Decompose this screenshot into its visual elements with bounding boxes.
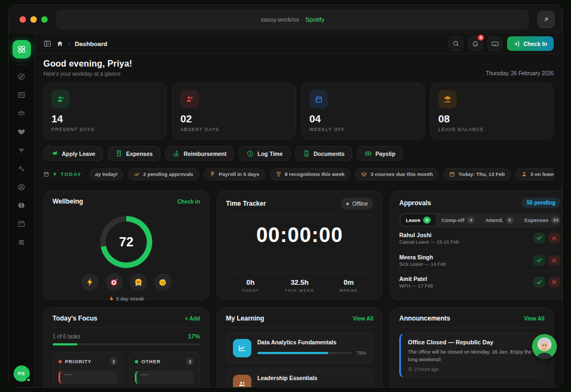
tasks-progress-percent: 17%	[188, 333, 200, 339]
task-item[interactable]	[59, 371, 118, 384]
mood-zap-button[interactable]	[81, 273, 99, 291]
announcements-view-all-link[interactable]: View All	[524, 316, 544, 322]
streak-row: 5 day streak	[53, 296, 200, 302]
assistant-avatar-button[interactable]	[532, 334, 557, 359]
stats-row: 14 PRESENT DAYS 02 ABSENT DAYS 04 WEEKLY…	[43, 83, 554, 139]
stat-card-weekly-off[interactable]: 04 WEEKLY OFF	[301, 83, 425, 139]
ticker-chip[interactable]: Today: Thu, 13 Feb	[443, 168, 511, 180]
check-in-button[interactable]: Check In	[507, 36, 554, 51]
wellbeing-title: Wellbeing	[53, 198, 83, 205]
learning-title: My Learning	[226, 315, 264, 322]
reject-button[interactable]	[548, 277, 560, 288]
apply-leave-button[interactable]: Apply Leave	[43, 146, 103, 161]
sidebar-item-wellbeing[interactable]	[13, 123, 30, 140]
approvals-title: Approvals	[399, 199, 431, 207]
approval-row: Meera Singh Sick Leave — 14 Feb	[399, 250, 560, 272]
gears-icon	[17, 165, 25, 173]
search-button[interactable]	[449, 36, 463, 51]
ticker-chip[interactable]: 2 pending approvals	[128, 168, 199, 180]
close-window-button[interactable]	[20, 16, 26, 23]
traffic-lights	[20, 16, 48, 23]
ticker-chip[interactable]: Payroll in 5 days	[204, 168, 265, 180]
sidebar-item-preferences[interactable]	[13, 234, 30, 250]
keyboard-shortcuts-button[interactable]	[488, 36, 502, 51]
file-check-icon	[303, 150, 310, 157]
compass-icon	[17, 73, 25, 81]
sidebar-item-account[interactable]	[13, 179, 30, 195]
request-detail: Casual Leave — 15-16 Feb	[399, 239, 459, 245]
user-initials: PS	[18, 371, 25, 376]
notifications-button[interactable]: 8	[468, 36, 483, 51]
stat-card-present-days[interactable]: 14 PRESENT DAYS	[43, 83, 167, 139]
user-check-icon	[56, 95, 65, 103]
mood-triumph-button[interactable]	[130, 273, 147, 291]
approve-button[interactable]	[533, 277, 545, 288]
wellbeing-score: 72	[119, 234, 134, 250]
ticker-today-label: TODAY	[43, 168, 85, 180]
learning-view-all-link[interactable]: View All	[353, 316, 373, 322]
breadcrumb-separator: /	[68, 41, 70, 47]
sidebar-item-profile-card[interactable]	[13, 87, 30, 103]
ticker-chip[interactable]: 3 on leave today	[515, 168, 554, 180]
stat-card-absent-days[interactable]: 02 ABSENT DAYS	[172, 83, 296, 139]
sidebar-item-team[interactable]	[13, 105, 30, 121]
id-card-icon	[17, 91, 25, 99]
stat-value: 04	[309, 113, 417, 125]
rupee-icon	[210, 171, 216, 177]
tab-comp-off[interactable]: Comp-off 4	[437, 214, 479, 226]
sidebar-item-vault[interactable]	[13, 215, 30, 232]
open-external-button[interactable]	[537, 11, 555, 28]
check-check-icon	[134, 171, 140, 177]
reimbursement-button[interactable]: Reimbursement	[165, 146, 234, 161]
home-icon[interactable]	[56, 40, 63, 47]
user-avatar[interactable]: PS	[14, 365, 30, 382]
ticker-chip[interactable]: 3 courses due this month	[355, 168, 439, 180]
mood-target-button[interactable]	[106, 273, 123, 291]
ticker-chip[interactable]: 8 recognitions this week	[270, 168, 351, 180]
sidebar-item-analytics[interactable]	[13, 197, 30, 213]
task-item[interactable]	[135, 371, 194, 384]
add-task-link[interactable]: + Add	[185, 316, 200, 322]
mood-sleepy-button[interactable]: z	[154, 273, 172, 291]
documents-button[interactable]: Documents	[295, 146, 352, 161]
assistant-avatar-image	[532, 334, 557, 359]
sidebar-item-automation[interactable]	[13, 160, 30, 177]
plane-icon	[51, 150, 58, 157]
group-label: PRIORITY	[65, 359, 92, 364]
announcement-item[interactable]: Office Closed — Republic Day The office …	[399, 333, 544, 378]
url-bar[interactable]: sassy.work/os · Spotify	[56, 10, 529, 29]
wellbeing-check-in-link[interactable]: Check in	[177, 199, 200, 205]
sidebar-item-growth[interactable]	[13, 142, 30, 158]
calendar-small-icon	[43, 171, 49, 177]
approval-row: Rahul Joshi Casual Leave — 15-16 Feb	[399, 227, 560, 250]
tab-expenses[interactable]: Expenses 23	[520, 214, 563, 226]
course-item[interactable]: Leadership Essentials	[226, 369, 373, 388]
approve-button[interactable]	[533, 233, 545, 244]
zoom-window-button[interactable]	[41, 16, 48, 23]
bell-icon	[472, 40, 479, 47]
x-icon	[551, 258, 557, 263]
sidebar-item-dashboard[interactable]	[12, 40, 31, 58]
approve-button[interactable]	[533, 255, 545, 266]
log-time-button[interactable]: Log Time	[239, 146, 290, 161]
stat-card-leave-balance[interactable]: 08 LEAVE BALANCE	[430, 83, 554, 139]
stat-label: WEEKLY OFF	[309, 127, 417, 132]
stat-label: ABSENT DAYS	[180, 127, 288, 132]
reject-button[interactable]	[548, 233, 560, 244]
ticker-chip[interactable]: ay today!	[89, 168, 124, 180]
tab-leave[interactable]: Leave 9	[401, 214, 436, 226]
check-icon	[536, 279, 542, 285]
stat-value: 14	[51, 113, 159, 125]
check-icon	[536, 235, 542, 241]
minimize-window-button[interactable]	[30, 16, 37, 23]
expenses-button[interactable]: Expenses	[108, 146, 160, 161]
reject-button[interactable]	[548, 255, 560, 266]
clock-icon	[246, 150, 254, 157]
sidebar-toggle-icon[interactable]	[43, 40, 51, 48]
users-icon	[238, 380, 246, 388]
tab-attendance[interactable]: Attend. 6	[481, 214, 518, 226]
approvals-card: Approvals 55 pending Leave 9 Comp-off 4	[390, 191, 563, 300]
payslip-button[interactable]: Payslip	[357, 146, 403, 161]
course-item[interactable]: Data Analytics Fundamentals 75%	[226, 333, 373, 363]
sidebar-item-explore[interactable]	[13, 68, 30, 84]
